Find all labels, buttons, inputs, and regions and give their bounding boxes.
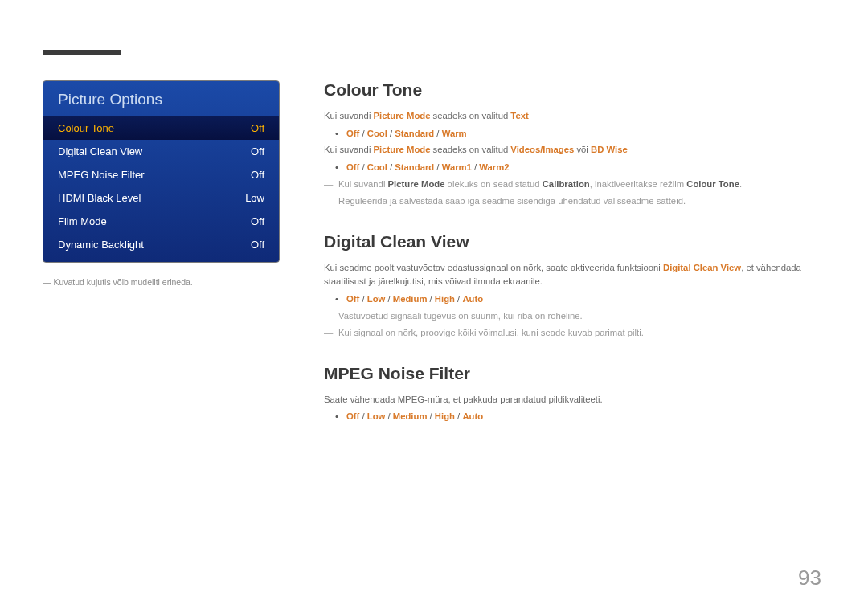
menu-item-mpeg-noise-filter[interactable]: MPEG Noise Filter Off <box>43 163 279 186</box>
note-item: Kui suvandi Picture Mode olekuks on sead… <box>324 178 825 191</box>
menu-item-value: Off <box>251 122 264 134</box>
menu-item-hdmi-black-level[interactable]: HDMI Black Level Low <box>43 186 279 210</box>
menu-item-label: HDMI Black Level <box>58 192 141 204</box>
note-item: Vastuvõetud signaali tugevus on suurim, … <box>324 309 825 323</box>
menu-item-value: Off <box>251 145 264 157</box>
paragraph: Kui suvandi Picture Mode seadeks on vali… <box>324 109 825 124</box>
caption-text: Kuvatud kujutis võib mudeliti erineda. <box>53 277 192 287</box>
menu-item-label: Film Mode <box>58 215 107 227</box>
section-mpeg-noise-filter: MPEG Noise Filter Saate vähendada MPEG-m… <box>324 364 825 423</box>
menu-item-value: Off <box>251 239 264 251</box>
section-heading: MPEG Noise Filter <box>324 364 825 383</box>
caption-dash: ― <box>43 277 51 287</box>
menu-item-label: Dynamic Backlight <box>58 239 144 251</box>
note-item: Kui signaal on nõrk, proovige kõiki võim… <box>324 326 825 340</box>
menu-item-label: Colour Tone <box>58 122 114 134</box>
paragraph: Saate vähendada MPEG-müra, et pakkuda pa… <box>324 393 825 407</box>
divider <box>43 55 825 55</box>
picture-options-menu: Picture Options Colour Tone Off Digital … <box>43 80 280 263</box>
menu-item-digital-clean-view[interactable]: Digital Clean View Off <box>43 140 279 163</box>
note-item: Reguleerida ja salvestada saab iga seadm… <box>324 194 825 208</box>
page-content: Picture Options Colour Tone Off Digital … <box>43 80 825 423</box>
menu-caption: ― Kuvatud kujutis võib mudeliti erineda. <box>43 277 280 287</box>
right-column: Colour Tone Kui suvandi Picture Mode sea… <box>324 80 825 423</box>
bullet-item: Off / Low / Medium / High / Auto <box>324 292 825 306</box>
menu-item-dynamic-backlight[interactable]: Dynamic Backlight Off <box>43 233 279 262</box>
menu-title: Picture Options <box>43 81 279 116</box>
menu-item-value: Off <box>251 169 264 181</box>
menu-item-label: Digital Clean View <box>58 145 142 157</box>
page-number: 93 <box>798 566 821 591</box>
bullet-item: Off / Cool / Standard / Warm <box>324 127 825 141</box>
section-digital-clean-view: Digital Clean View Kui seadme poolt vast… <box>324 232 825 340</box>
menu-item-value: Off <box>251 215 264 227</box>
paragraph: Kui seadme poolt vastuvõetav edastussign… <box>324 261 825 289</box>
menu-item-value: Low <box>245 192 264 204</box>
menu-item-label: MPEG Noise Filter <box>58 169 145 181</box>
menu-item-colour-tone[interactable]: Colour Tone Off <box>43 116 279 140</box>
bullet-item: Off / Low / Medium / High / Auto <box>324 410 825 423</box>
section-colour-tone: Colour Tone Kui suvandi Picture Mode sea… <box>324 80 825 208</box>
menu-item-film-mode[interactable]: Film Mode Off <box>43 210 279 233</box>
paragraph: Kui suvandi Picture Mode seadeks on vali… <box>324 143 825 157</box>
bullet-item: Off / Cool / Standard / Warm1 / Warm2 <box>324 161 825 174</box>
section-heading: Colour Tone <box>324 80 825 100</box>
section-heading: Digital Clean View <box>324 232 825 251</box>
left-column: Picture Options Colour Tone Off Digital … <box>43 80 280 423</box>
